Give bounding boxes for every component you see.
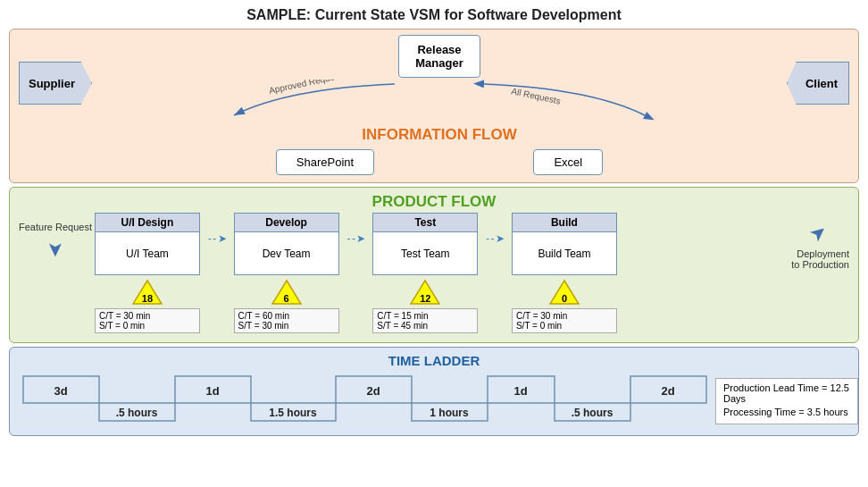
wip-triangle-0: 18 bbox=[132, 279, 163, 306]
push-arrow-0: - - ➤ bbox=[208, 232, 226, 245]
client-box: Client bbox=[787, 62, 849, 105]
vsm-area: Supplier Release Manager bbox=[9, 29, 859, 480]
time-ladder-svg: 3d .5 hours 1d 1.5 hours 2d bbox=[19, 372, 715, 430]
product-flow-label: PRODUCT FLOW bbox=[19, 193, 849, 211]
process-box-top-2: Test bbox=[373, 214, 477, 232]
curved-arrows-svg: Approved Request All Requests bbox=[92, 80, 787, 124]
connector-0: - - ➤ bbox=[206, 232, 228, 245]
process-step-3: Build Build Team 0 bbox=[511, 213, 618, 333]
process-step-2: Test Test Team 12 bbox=[371, 213, 479, 333]
process-box-1: Develop Dev Team bbox=[234, 213, 339, 275]
push-arrow-2: - - ➤ bbox=[486, 232, 504, 245]
wip-triangle-2: 12 bbox=[410, 279, 440, 306]
wip-row-1: 6 bbox=[271, 279, 302, 306]
process-box-bottom-2: Test Team bbox=[373, 232, 477, 274]
deployment-label: Deployment to Production bbox=[787, 248, 849, 270]
legend-lead-time: Production Lead Time = 12.5 Days bbox=[723, 382, 850, 404]
process-boxes: U/I Design U/I Team 18 bbox=[94, 213, 785, 333]
client-label: Client bbox=[805, 77, 838, 90]
excel-label: Excel bbox=[554, 155, 582, 169]
info-center: Release Manager bbox=[92, 35, 787, 175]
product-flow-inner: Feature Request ➤ U/I Design U/I Team bbox=[19, 213, 849, 333]
svg-text:2d: 2d bbox=[366, 384, 380, 398]
supplier-area: Supplier bbox=[19, 62, 92, 105]
process-step-0: U/I Design U/I Team 18 bbox=[94, 213, 201, 333]
svg-text:1d: 1d bbox=[205, 384, 219, 398]
process-box-3: Build Build Team bbox=[512, 213, 617, 275]
process-step-1: Develop Dev Team 6 bbox=[233, 213, 340, 333]
sharepoint-excel-row: SharePoint Excel bbox=[196, 149, 683, 175]
process-box-bottom-3: Build Team bbox=[513, 232, 616, 274]
wip-row-3: 0 bbox=[549, 279, 580, 306]
connector-1: - - ➤ bbox=[346, 232, 367, 245]
deployment-area: ➤ Deployment to Production bbox=[787, 222, 849, 270]
product-flow-section: PRODUCT FLOW Feature Request ➤ U/I Desig… bbox=[9, 187, 859, 343]
wip-triangle-1: 6 bbox=[271, 279, 302, 306]
info-top-row: Supplier Release Manager bbox=[19, 35, 849, 175]
svg-text:1 hours: 1 hours bbox=[430, 407, 469, 419]
legend-box: Production Lead Time = 12.5 Days Process… bbox=[715, 378, 858, 424]
svg-text:2d: 2d bbox=[661, 384, 674, 398]
feature-request-label: Feature Request bbox=[19, 222, 92, 232]
sharepoint-box: SharePoint bbox=[276, 149, 374, 175]
metrics-box-1: C/T = 60 min S/T = 30 min bbox=[234, 308, 339, 333]
wip-row-0: 18 bbox=[132, 279, 163, 306]
process-box-0: U/I Design U/I Team bbox=[95, 213, 200, 275]
info-flow-label: INFORMATION FLOW bbox=[362, 126, 516, 144]
metrics-box-2: C/T = 15 min S/T = 45 min bbox=[372, 308, 478, 333]
metrics-box-3: C/T = 30 min S/T = 0 min bbox=[512, 308, 617, 333]
info-content-wrapper: Supplier Release Manager bbox=[19, 35, 849, 175]
deployment-arrow: ➤ bbox=[805, 219, 832, 247]
excel-box: Excel bbox=[533, 149, 603, 175]
legend-processing-time: Processing Time = 3.5 hours bbox=[723, 407, 850, 417]
svg-text:.5 hours: .5 hours bbox=[572, 407, 613, 419]
feature-request-area: Feature Request ➤ bbox=[19, 222, 92, 261]
process-box-top-3: Build bbox=[513, 214, 616, 232]
process-box-top-0: U/I Design bbox=[96, 214, 199, 232]
supplier-box: Supplier bbox=[19, 62, 92, 105]
rm-line2: Manager bbox=[415, 56, 463, 70]
process-box-bottom-0: U/I Team bbox=[96, 232, 199, 274]
main-container: SAMPLE: Current State VSM for Software D… bbox=[0, 0, 868, 487]
connector-2: - - ➤ bbox=[484, 232, 505, 245]
page-title: SAMPLE: Current State VSM for Software D… bbox=[9, 7, 859, 23]
metrics-box-0: C/T = 30 min S/T = 0 min bbox=[95, 308, 200, 333]
wip-triangle-3: 0 bbox=[549, 279, 580, 306]
release-manager-box: Release Manager bbox=[398, 35, 480, 78]
wip-row-2: 12 bbox=[410, 279, 440, 306]
process-box-bottom-1: Dev Team bbox=[235, 232, 338, 274]
process-box-top-1: Develop bbox=[235, 214, 338, 232]
feature-request-arrow: ➤ bbox=[44, 241, 67, 257]
push-arrow-1: - - ➤ bbox=[347, 232, 365, 245]
rm-line1: Release bbox=[417, 43, 461, 56]
svg-text:1d: 1d bbox=[513, 384, 527, 398]
time-ladder-inner: 3d .5 hours 1d 1.5 hours 2d bbox=[19, 372, 849, 430]
svg-text:1.5 hours: 1.5 hours bbox=[269, 407, 317, 419]
svg-text:All Requests: All Requests bbox=[511, 86, 562, 105]
process-box-2: Test Test Team bbox=[372, 213, 478, 275]
supplier-label: Supplier bbox=[29, 77, 75, 90]
client-area: Client bbox=[787, 62, 849, 105]
svg-text:.5 hours: .5 hours bbox=[116, 407, 158, 419]
time-ladder-section: TIME LADDER 3d .5 hours bbox=[9, 347, 859, 436]
sharepoint-label: SharePoint bbox=[296, 155, 354, 169]
time-ladder-label: TIME LADDER bbox=[19, 353, 849, 368]
svg-text:3d: 3d bbox=[54, 384, 67, 398]
info-flow-section: Supplier Release Manager bbox=[9, 29, 859, 183]
ladder-main: 3d .5 hours 1d 1.5 hours 2d bbox=[19, 372, 715, 430]
